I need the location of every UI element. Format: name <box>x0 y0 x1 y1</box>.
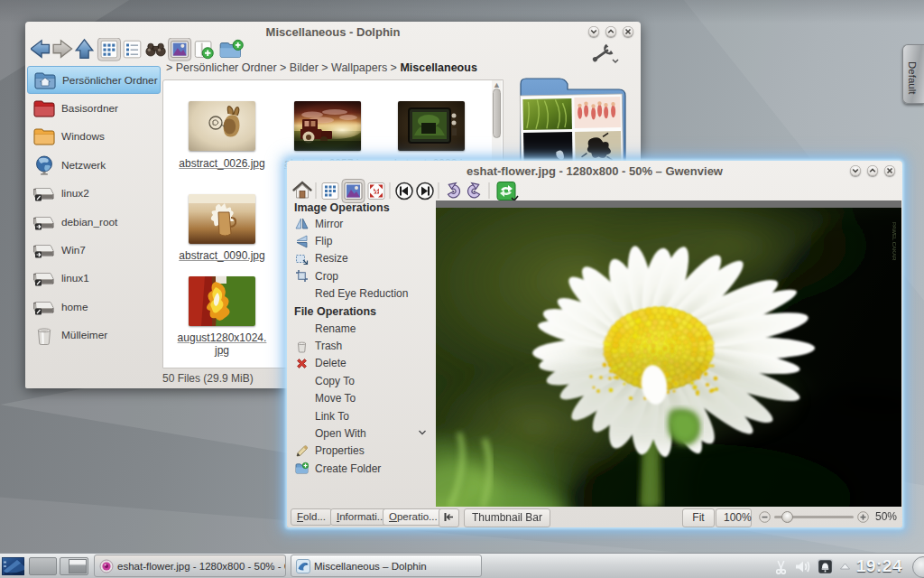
svg-text:PAWEL CAKAR: PAWEL CAKAR <box>892 222 897 261</box>
